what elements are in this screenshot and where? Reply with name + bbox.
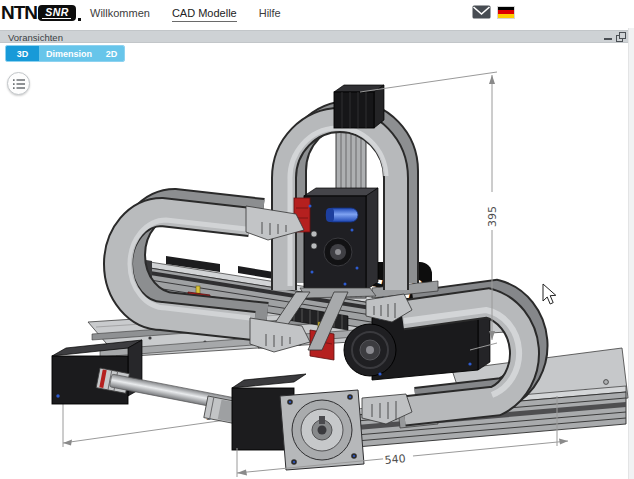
cad-3d-viewport[interactable]: 540 SNR: [0, 62, 634, 479]
minimize-icon[interactable]: [604, 38, 612, 40]
nav-item-hilfe[interactable]: Hilfe: [259, 7, 281, 21]
tab-2d[interactable]: 2D: [99, 46, 124, 61]
top-navigation-bar: NTN. SNR Willkommen CAD Modelle Hilfe: [0, 0, 634, 28]
preview-panel-header: Voransichten: [0, 30, 628, 43]
german-flag-icon[interactable]: [498, 7, 514, 18]
panel-title: Voransichten: [8, 32, 63, 43]
nav-item-cad-modelle[interactable]: CAD Modelle: [172, 7, 237, 22]
tab-3d[interactable]: 3D: [6, 46, 39, 61]
dim-label-front-540: 540: [384, 452, 406, 467]
restore-front-square: [619, 32, 626, 39]
layer-list-button[interactable]: [7, 72, 30, 95]
front-gearbox: [232, 374, 364, 470]
snr-logo[interactable]: SNR: [38, 5, 76, 21]
nav-item-willkommen[interactable]: Willkommen: [90, 7, 150, 21]
tower-top-cap: [334, 85, 384, 128]
view-mode-tabs: 3D Dimension 2D: [5, 45, 125, 62]
ntn-logo[interactable]: NTN.: [1, 2, 41, 24]
envelope-icon[interactable]: [472, 5, 491, 19]
snr-logo-text: SNR: [45, 6, 69, 18]
list-icon: [13, 79, 25, 89]
main-nav: Willkommen CAD Modelle Hilfe: [90, 0, 281, 28]
restore-window-icon[interactable]: [616, 32, 626, 42]
tab-dimension[interactable]: Dimension: [39, 46, 99, 61]
topbar-icons: [472, 0, 514, 24]
mouse-cursor: [543, 284, 556, 304]
dim-label-395: 395: [486, 206, 499, 227]
snr-logo-dot: [78, 18, 81, 21]
snr-logo-swoosh: [42, 18, 71, 19]
z-carriage: [294, 188, 378, 290]
